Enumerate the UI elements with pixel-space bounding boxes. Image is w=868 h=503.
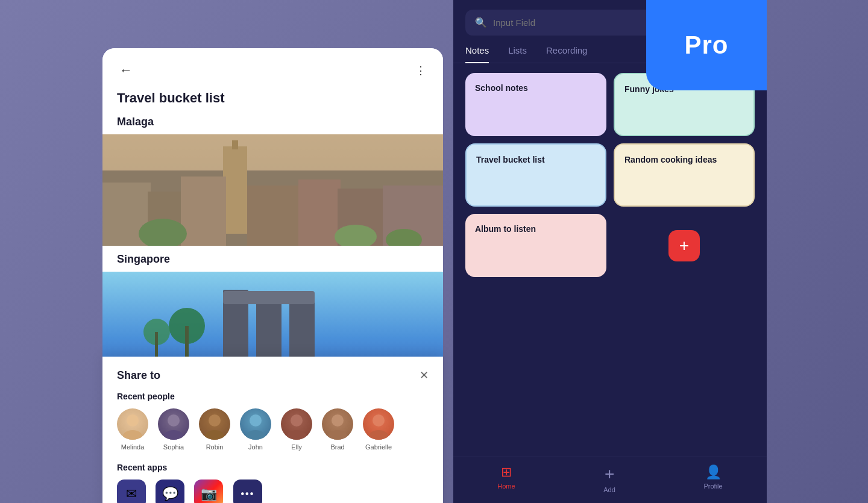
person-robin[interactable]: Robin xyxy=(199,408,230,451)
tab-notes[interactable]: Notes xyxy=(465,45,489,63)
nav-profile-label: Profile xyxy=(703,483,722,490)
instagram-icon: 📷 xyxy=(194,480,223,503)
svg-rect-9 xyxy=(298,180,341,246)
bottom-navigation: ⊞ Home + Add 👤 Profile xyxy=(453,457,767,503)
svg-rect-8 xyxy=(247,186,301,246)
person-name-robin: Robin xyxy=(206,443,224,451)
svg-point-33 xyxy=(246,430,265,440)
svg-rect-4 xyxy=(232,140,238,149)
note-card-school-notes[interactable]: School notes xyxy=(465,73,606,136)
destination-malaga-label: Malaga xyxy=(102,116,443,134)
share-modal-header: Share to ✕ xyxy=(117,369,429,382)
pro-label: Pro xyxy=(684,31,728,60)
recent-apps-list: ✉ Email 💬 SMS 📷 Instagram ••• Other xyxy=(117,480,429,503)
other-icon: ••• xyxy=(233,480,262,503)
note-card-title-travel: Travel bucket list xyxy=(476,155,545,164)
person-name-john: John xyxy=(248,443,263,451)
svg-rect-20 xyxy=(223,291,315,304)
recent-people-label: Recent people xyxy=(117,392,429,401)
avatar-elly xyxy=(281,408,312,440)
person-name-sophia: Sophia xyxy=(163,443,184,451)
svg-point-28 xyxy=(168,414,180,426)
svg-point-36 xyxy=(332,414,344,426)
recent-apps-label: Recent apps xyxy=(117,463,429,472)
person-sophia[interactable]: Sophia xyxy=(158,408,189,451)
home-icon: ⊞ xyxy=(501,464,512,480)
destination-singapore-label: Singapore xyxy=(102,246,443,272)
person-name-melinda: Melinda xyxy=(121,443,145,451)
person-name-brad: Brad xyxy=(330,443,344,451)
add-icon: + xyxy=(605,464,614,484)
close-modal-button[interactable]: ✕ xyxy=(420,369,429,382)
svg-point-26 xyxy=(127,414,139,426)
nav-profile[interactable]: 👤 Profile xyxy=(703,464,722,493)
person-melinda[interactable]: Melinda xyxy=(117,408,148,451)
note-card-title-album: Album to listen xyxy=(475,224,536,234)
avatar-gabrielle xyxy=(363,408,394,440)
person-name-gabrielle: Gabrielle xyxy=(365,443,392,451)
svg-point-29 xyxy=(164,430,183,440)
nav-home[interactable]: ⊞ Home xyxy=(497,464,515,493)
nav-add[interactable]: + Add xyxy=(603,464,615,493)
add-note-placeholder: + xyxy=(614,214,755,277)
note-card-title-school: School notes xyxy=(475,83,528,93)
pro-button[interactable]: Pro xyxy=(646,0,767,90)
note-card-album[interactable]: Album to listen xyxy=(465,214,606,277)
svg-point-27 xyxy=(123,430,142,440)
share-button[interactable]: ⋮ xyxy=(413,61,429,80)
person-john[interactable]: John xyxy=(240,408,271,451)
note-navigation: ← ⋮ xyxy=(117,60,429,81)
email-icon: ✉ xyxy=(117,480,146,503)
recent-people-list: Melinda Sophia Robin John Elly xyxy=(117,408,429,451)
svg-rect-7 xyxy=(181,177,226,246)
note-title: Travel bucket list xyxy=(117,90,429,106)
svg-point-39 xyxy=(369,430,388,440)
svg-point-38 xyxy=(373,414,385,426)
share-modal: Share to ✕ Recent people Melinda Sophia … xyxy=(102,357,443,503)
app-instagram[interactable]: 📷 Instagram xyxy=(194,480,224,503)
avatar-sophia xyxy=(158,408,189,440)
nav-add-label: Add xyxy=(603,486,615,493)
share-modal-title: Share to xyxy=(117,369,160,382)
sms-icon: 💬 xyxy=(156,480,184,503)
svg-point-37 xyxy=(328,430,347,440)
search-icon: 🔍 xyxy=(475,17,487,28)
note-header: ← ⋮ Travel bucket list xyxy=(102,48,443,106)
add-note-button[interactable]: + xyxy=(668,230,700,261)
malaga-image xyxy=(102,134,443,246)
svg-rect-3 xyxy=(223,146,247,234)
back-button[interactable]: ← xyxy=(117,60,135,81)
avatar-robin xyxy=(199,408,230,440)
avatar-brad xyxy=(322,408,353,440)
note-card-travel[interactable]: Travel bucket list xyxy=(465,143,606,207)
svg-point-32 xyxy=(250,414,262,426)
notes-content: School notes Funny jokes Travel bucket l… xyxy=(453,63,767,457)
avatar-melinda xyxy=(117,408,148,440)
app-email[interactable]: ✉ Email xyxy=(117,480,146,503)
person-name-elly: Elly xyxy=(291,443,302,451)
svg-point-35 xyxy=(287,430,306,440)
svg-point-34 xyxy=(291,414,303,426)
svg-point-31 xyxy=(205,430,224,440)
tab-lists[interactable]: Lists xyxy=(508,45,527,63)
person-brad[interactable]: Brad xyxy=(322,408,353,451)
app-sms[interactable]: 💬 SMS xyxy=(156,480,184,503)
tab-recording[interactable]: Recording xyxy=(546,45,587,63)
person-elly[interactable]: Elly xyxy=(281,408,312,451)
svg-point-30 xyxy=(209,414,221,426)
nav-home-label: Home xyxy=(497,483,515,490)
note-card-title-cooking: Random cooking ideas xyxy=(624,155,717,164)
notes-grid: School notes Funny jokes Travel bucket l… xyxy=(453,63,767,457)
person-gabrielle[interactable]: Gabrielle xyxy=(363,408,394,451)
notes-panel: Pro 🔍 Notes Lists Recording School notes… xyxy=(453,0,767,503)
app-other[interactable]: ••• Other xyxy=(233,480,262,503)
profile-icon: 👤 xyxy=(705,464,722,480)
note-card-cooking[interactable]: Random cooking ideas xyxy=(614,143,755,207)
avatar-john xyxy=(240,408,271,440)
